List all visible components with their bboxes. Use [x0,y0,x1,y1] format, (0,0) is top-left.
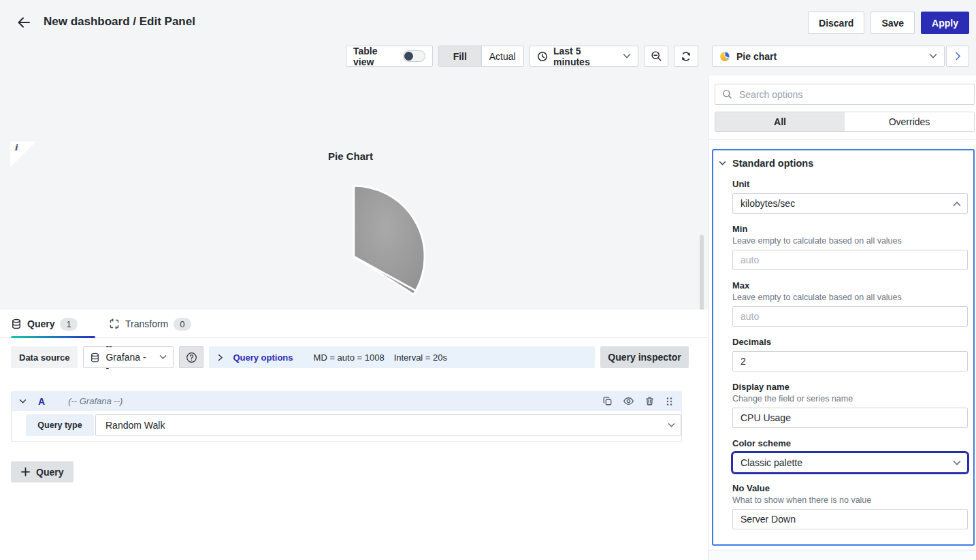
query-editor-block: A (-- Grafana --) [11,391,682,442]
field-label: Decimals [732,337,968,347]
database-icon [90,352,100,363]
page-title: New dashboard / Edit Panel [44,15,195,29]
max-input[interactable] [732,306,968,327]
datasource-value: -- Grafana -- [105,341,148,374]
field-label: Min [732,224,968,234]
plus-icon [21,467,30,476]
chevron-down-icon [623,53,631,59]
field-unit: Unit kilobytes/sec [732,179,968,214]
table-view-toggle[interactable]: Table view [346,46,433,67]
time-range-picker[interactable]: Last 5 minutes [530,46,638,67]
query-ref-id[interactable]: A [38,396,45,407]
transform-tab-label: Transform [125,318,168,329]
pie-chart-icon [719,51,730,62]
search-input[interactable] [738,88,967,101]
chevron-down-icon [719,161,726,166]
eye-icon[interactable] [623,396,634,406]
min-input[interactable] [732,250,968,270]
grafana-edit-panel: New dashboard / Edit Panel Discard Save … [0,0,976,560]
unit-select[interactable]: kilobytes/sec [732,193,968,214]
datasource-help-button[interactable] [179,346,204,368]
save-button[interactable]: Save [871,12,915,34]
panel-toolbar: Table view Fill Actual Last 5 minutes [346,46,698,67]
duplicate-icon[interactable] [602,396,613,406]
field-decimals: Decimals [732,337,968,372]
fill-option[interactable]: Fill [439,46,481,66]
field-label: Display name [732,382,968,392]
field-display-name: Display name Change the field or series … [732,382,968,428]
discard-button[interactable]: Discard [808,12,864,34]
chevron-up-icon [953,201,961,207]
query-options-bar: Query options MD = auto = 1008 Interval … [209,346,595,368]
visualization-picker[interactable]: Pie chart [712,46,945,67]
trash-icon[interactable] [645,396,655,406]
query-inspector-button[interactable]: Query inspector [600,346,689,368]
question-circle-icon [186,352,197,363]
field-description: Leave empty to calculate based on all va… [732,236,968,246]
datasource-row: Data source -- Grafana -- [11,346,689,368]
tab-all[interactable]: All [715,112,845,131]
chevron-down-icon [668,423,675,428]
field-no-value: No Value What to show when there is no v… [732,483,968,529]
options-search[interactable] [715,84,975,105]
chevron-down-icon[interactable] [19,399,27,404]
query-type-select[interactable]: Random Walk [95,414,681,436]
panel-preview: i Pie Chart A-series Value: 29.6 kB/s Pe… [0,67,701,310]
query-options-link[interactable]: Query options [233,352,293,363]
back-button[interactable] [14,14,34,31]
field-description: Change the field or series name [732,394,968,403]
interval-stat: Interval = 20s [394,352,447,363]
pie-slice-2[interactable] [354,186,425,291]
standard-options-header[interactable]: Standard options [717,158,968,169]
field-color-scheme: Color scheme Classic palette [732,438,968,473]
add-query-label: Query [36,467,63,478]
query-row-actions [602,396,674,406]
tab-query[interactable]: Query 1 [11,310,78,338]
query-row-datasource: (-- Grafana --) [68,396,123,406]
datasource-select[interactable]: -- Grafana -- [83,346,174,368]
divider [709,550,976,550]
table-view-label: Table view [353,46,396,67]
actual-option[interactable]: Actual [482,46,524,66]
no-value-input[interactable] [732,509,968,529]
zoom-out-button[interactable] [644,46,668,67]
chevron-down-icon [159,355,167,360]
clock-icon [537,51,548,62]
divider [709,139,976,140]
fill-actual-segmented: Fill Actual [438,46,524,67]
time-range-label: Last 5 minutes [553,46,612,67]
viz-picker-label: Pie chart [736,51,777,62]
field-label: Color scheme [732,438,968,448]
query-tab-label: Query [27,318,54,329]
query-section: Query 1 Transform 0 Data source -- Grafa… [0,310,708,560]
color-scheme-select[interactable]: Classic palette [732,452,968,473]
display-name-input[interactable] [732,408,968,428]
query-row-header[interactable]: A (-- Grafana --) [11,391,682,411]
toggle-track[interactable] [403,50,425,62]
field-label: Max [732,280,968,291]
tab-overrides[interactable]: Overrides [845,112,974,131]
refresh-button[interactable] [674,46,698,67]
query-row-body: Query type Random Walk [11,411,682,442]
refresh-icon [681,51,692,62]
arrow-left-icon [16,15,32,30]
tab-transform[interactable]: Transform 0 [109,310,191,338]
collapse-options-pane-button[interactable] [946,46,969,67]
search-icon [722,89,732,99]
transform-count-badge: 0 [174,318,191,331]
field-description: What to show when there is no value [732,495,968,505]
apply-button[interactable]: Apply [921,12,969,34]
options-sidebar: All Overrides Standard options Unit kilo… [708,76,976,560]
chevron-down-icon [953,460,961,466]
decimals-input[interactable] [732,351,968,372]
next-section-area [709,550,976,560]
active-tab-underline [11,336,95,338]
chevron-right-icon[interactable] [218,354,223,361]
query-tabs-row: Query 1 Transform 0 [0,310,708,338]
datasource-label: Data source [11,346,78,368]
drag-handle-icon[interactable] [665,397,674,406]
add-query-button[interactable]: Query [11,461,74,482]
standard-options-fields: Unit kilobytes/sec Min Leave empty to ca… [732,179,968,529]
max-data-points-stat: MD = auto = 1008 [314,352,385,363]
field-description: Leave empty to calculate based on all va… [732,293,968,302]
